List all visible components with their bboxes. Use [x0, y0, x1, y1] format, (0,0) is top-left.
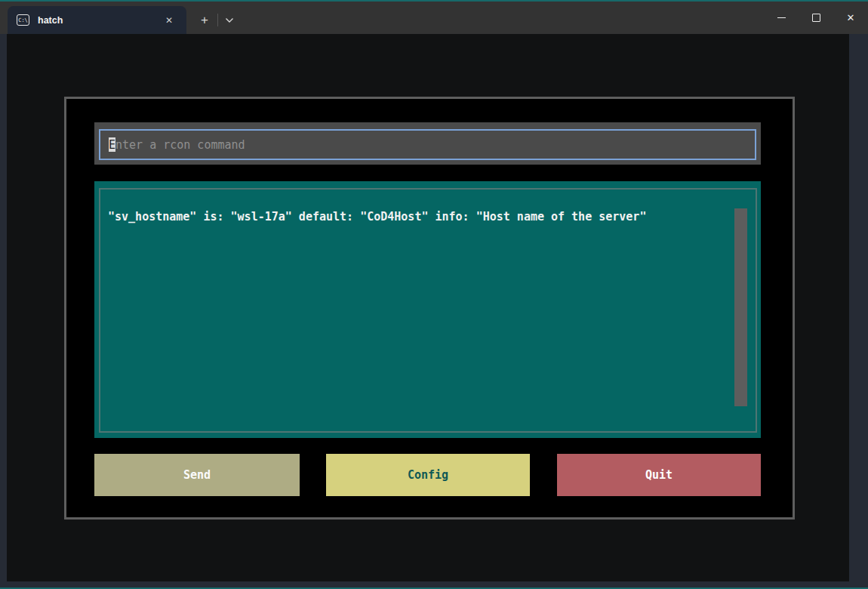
- minimize-icon: [777, 17, 786, 18]
- maximize-button[interactable]: [799, 2, 833, 34]
- tab-hatch[interactable]: C:\ hatch ✕: [8, 6, 186, 34]
- titlebar: C:\ hatch ✕ + ✕: [0, 2, 868, 34]
- new-tab-button[interactable]: +: [194, 10, 215, 30]
- tabbar-separator: [217, 14, 218, 26]
- tab-title: hatch: [38, 15, 161, 26]
- command-prompt-icon: C:\: [17, 14, 29, 26]
- input-placeholder: nter a rcon command: [115, 138, 245, 152]
- rcon-log-output[interactable]: "sv_hostname" is: "wsl-17a" default: "Co…: [94, 181, 761, 438]
- tab-close-icon[interactable]: ✕: [161, 12, 177, 29]
- window-frame-bottom: [0, 581, 868, 587]
- minimize-button[interactable]: [764, 2, 799, 34]
- log-output-border: [99, 188, 757, 433]
- tab-dropdown-button[interactable]: [220, 10, 239, 30]
- quit-button[interactable]: Quit: [557, 454, 761, 496]
- rcon-app-screen: Enter a rcon command "sv_hostname" is: "…: [64, 97, 795, 520]
- chevron-down-icon: [225, 17, 234, 23]
- log-line: "sv_hostname" is: "wsl-17a" default: "Co…: [108, 210, 646, 224]
- rcon-command-input[interactable]: Enter a rcon command: [99, 129, 756, 160]
- terminal-viewport: Enter a rcon command "sv_hostname" is: "…: [7, 34, 849, 581]
- caption-buttons: ✕: [764, 2, 868, 34]
- maximize-icon: [812, 14, 820, 22]
- rcon-command-input-container: Enter a rcon command: [94, 122, 761, 165]
- close-icon: ✕: [847, 13, 855, 23]
- log-scrollbar-thumb[interactable]: [734, 208, 747, 406]
- text-cursor: E: [109, 137, 115, 152]
- window-frame-right: [849, 34, 868, 581]
- config-button[interactable]: Config: [326, 454, 530, 496]
- close-button[interactable]: ✕: [833, 2, 868, 34]
- window-frame-left: [0, 34, 7, 581]
- send-button[interactable]: Send: [94, 454, 300, 496]
